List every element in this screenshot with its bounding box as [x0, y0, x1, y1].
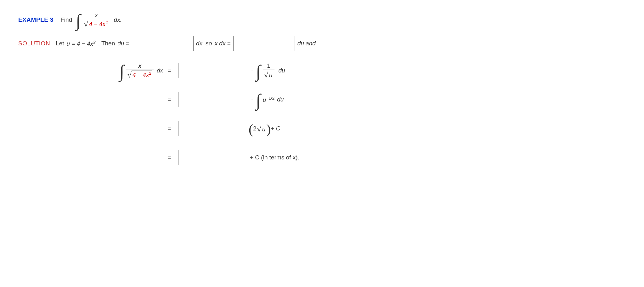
sqrt-icon: √ — [257, 125, 261, 134]
integrand-denominator: √ 4 − 4x2 — [83, 19, 110, 28]
solution-label: SOLUTION — [18, 40, 50, 47]
let-text: Let — [56, 40, 64, 47]
find-text: Find — [60, 16, 72, 23]
multiply-dot: · — [251, 96, 253, 103]
sqrt-icon: √ — [84, 20, 88, 28]
u-neg-half: u−1/2 — [263, 96, 275, 103]
xdx-equals: x dx = — [214, 40, 230, 47]
du-coefficient-input[interactable] — [132, 36, 194, 51]
integrand-numerator: x — [93, 12, 99, 19]
du-text: du — [277, 96, 284, 103]
integral-sign-icon: ∫ — [255, 94, 261, 106]
step-1-rhs: · ∫ 1 √ u du — [176, 63, 285, 78]
integrand-fraction: x √ 4 − 4x2 — [83, 12, 110, 28]
step1-fraction: x √ 4 − 4x2 — [126, 63, 154, 78]
integral-sign-icon: ∫ — [255, 65, 261, 77]
radicand: 4 − 4x2 — [88, 20, 109, 28]
step-1-lhs: ∫ x √ 4 − 4x2 dx — [75, 63, 163, 78]
step-4: = + C (in terms of x). — [75, 146, 626, 169]
integral-sign-icon: ∫ — [119, 65, 125, 77]
solution-line: SOLUTION Let u = 4 − 4x2 . Then du = dx,… — [18, 36, 626, 51]
du-text: du — [278, 67, 285, 74]
step-3-rhs: ( 2 √ u ) + C — [176, 121, 280, 136]
step-4-rhs: + C (in terms of x). — [176, 150, 299, 165]
dx-so-text: dx, so — [196, 40, 212, 47]
derivation-steps: ∫ x √ 4 − 4x2 dx = · ∫ 1 — [75, 59, 626, 169]
du-equals: du = — [117, 40, 129, 47]
plus-c: + C — [271, 125, 280, 132]
du-and-text: du and — [297, 40, 316, 47]
multiply-dot: · — [251, 67, 253, 74]
right-paren-icon: ) — [266, 125, 271, 134]
two-sqrt-u: 2 √ u — [253, 124, 266, 133]
example-header: EXAMPLE 3 Find ∫ x √ 4 − 4x2 dx. — [18, 12, 626, 28]
step2-coefficient-input[interactable] — [178, 92, 246, 107]
example-label: EXAMPLE 3 — [18, 16, 54, 23]
then-text: . Then — [98, 40, 115, 47]
step4-answer-input[interactable] — [178, 150, 246, 165]
step-2: = · ∫ u−1/2 du — [75, 88, 626, 111]
dx-text: dx. — [114, 16, 122, 23]
xdx-coefficient-input[interactable] — [233, 36, 295, 51]
equals-sign: = — [163, 67, 176, 74]
step-3: = ( 2 √ u ) + C — [75, 117, 626, 140]
plus-c-terms-x: + C (in terms of x). — [250, 154, 299, 161]
dx-text: dx — [157, 67, 163, 74]
step1-coefficient-input[interactable] — [178, 63, 246, 78]
step-2-rhs: · ∫ u−1/2 du — [176, 92, 284, 107]
equals-sign: = — [163, 96, 176, 103]
equals-sign: = — [163, 154, 176, 161]
integral-sign-icon: ∫ — [75, 14, 81, 27]
sqrt-icon: √ — [127, 71, 132, 79]
radicand: 4 − 4x2 — [132, 71, 152, 78]
step-1: ∫ x √ 4 − 4x2 dx = · ∫ 1 — [75, 59, 626, 82]
step3-coefficient-input[interactable] — [178, 121, 246, 136]
u-definition: u = 4 − 4x2 — [67, 40, 96, 47]
left-paren-icon: ( — [249, 125, 253, 134]
one-over-sqrt-u: 1 √ u — [263, 63, 275, 78]
equals-sign: = — [163, 125, 176, 132]
sqrt-icon: √ — [264, 71, 268, 79]
